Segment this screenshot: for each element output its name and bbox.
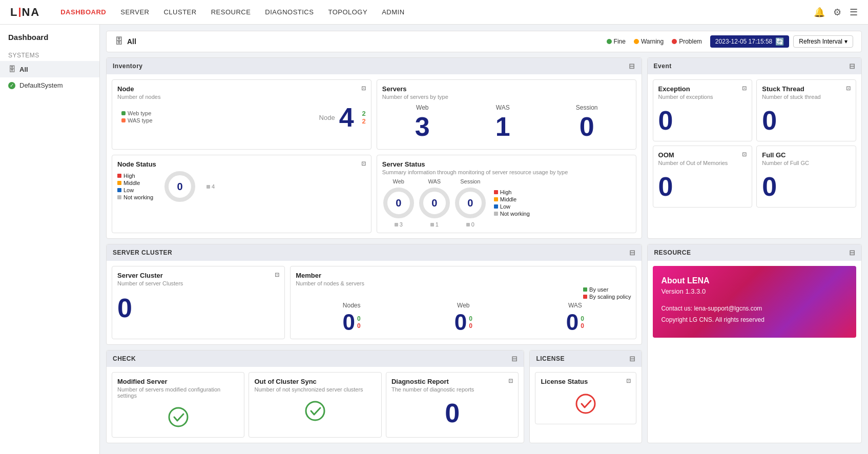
gear-icon[interactable]: ⚙ [833,7,841,18]
event-title: Event [654,63,672,70]
was-legend-label: WAS type [128,117,153,123]
node-total: 4 [339,104,354,131]
cluster-title: Server Cluster [117,272,163,279]
session-status-count: 0 [466,221,474,228]
node-card-title: Node ⊡ [117,85,366,93]
sidebar: Dashboard Systems 🗄 All ✓ DefaultSystem [0,25,100,454]
inventory-collapse-icon[interactable]: ⊟ [629,62,635,70]
nav-cluster[interactable]: CLUSTER [163,8,196,16]
sidebar-item-all[interactable]: 🗄 All [0,61,99,77]
refresh-interval-button[interactable]: Refresh Interval ▾ [793,35,853,48]
byuser-dot [583,287,587,292]
session-count-val: 0 [471,221,474,228]
check-collapse-icon[interactable]: ⊟ [511,355,518,363]
oom-ext-icon[interactable]: ⊡ [742,151,747,159]
external-link-icon[interactable]: ⊡ [361,85,366,92]
ss-middle-legend: Middle [494,196,530,202]
stuck-thread-ext-icon[interactable]: ⊡ [846,85,851,93]
member-legend-row: By user By scaling policy [296,286,631,300]
warning-indicator: Warning [634,38,664,45]
session-status-item: Session 0 0 [454,178,487,228]
license-ext-icon[interactable]: ⊡ [626,378,631,385]
stuck-thread-title-row: Stuck Thread ⊡ [762,85,851,93]
nav-admin[interactable]: ADMIN [382,8,404,16]
svg-point-6 [576,395,595,413]
server-cluster-panel: SERVER CLUSTER ⊟ Server Cluster ⊡ Number… [106,244,642,345]
stuck-thread-subtitle: Number of stuck thread [762,94,851,100]
was-green: 0 [581,315,584,322]
modified-server-card: Modified Server Number of servers modifi… [112,372,244,438]
legend-web: Web type [121,110,153,116]
node-count-val: 4 [212,183,215,190]
event-collapse-icon[interactable]: ⊟ [849,62,856,70]
problem-indicator: Problem [672,38,702,45]
resource-collapse-icon[interactable]: ⊟ [849,249,856,257]
node-count-group: Node 4 2 2 [319,104,366,131]
layout: Dashboard Systems 🗄 All ✓ DefaultSystem … [0,25,868,454]
low-legend: Low [117,187,153,193]
web-server-label: Web [415,104,430,111]
event-content: Exception ⊡ Number of exceptions 0 Stuck… [648,74,861,213]
nodes-green: 0 [357,315,361,322]
node-status-ext-icon[interactable]: ⊡ [361,160,366,167]
license-status-title: License Status [541,378,588,385]
cluster-ext-icon[interactable]: ⊡ [275,272,279,278]
node-status-donut: 0 [163,170,196,203]
node-subcounts: 2 2 [362,110,366,125]
middle-label: Middle [123,180,140,186]
cluster-subtitle: Number of server Clusters [117,280,279,286]
cluster-card: Server Cluster ⊡ Number of server Cluste… [112,266,285,339]
ss-high-sq [494,190,498,194]
license-collapse-icon[interactable]: ⊟ [629,355,636,363]
member-nodes-subcol: 0 0 [357,315,361,329]
check-title: CHECK [113,355,136,362]
diagnostic-report-card: Diagnostic Report ⊡ The number of diagno… [386,372,519,438]
inventory-header: Inventory ⊟ [107,58,642,74]
node-status-value: 0 [177,181,183,193]
node-subtitle: Number of nodes [117,94,366,100]
node-status-legend: High Middle Low Not working [117,173,153,200]
session-count-sq [466,223,470,226]
resource-panel: RESOURCE ⊟ About LENA Version 1.3.3.0 Co… [647,244,862,443]
modified-server-title-row: Modified Server [117,378,239,385]
stuck-thread-value: 0 [762,105,851,136]
nav-topology[interactable]: TOPOLOGY [328,8,367,16]
problem-dot [672,39,677,44]
sidebar-item-defaultsystem[interactable]: ✓ DefaultSystem [0,77,99,93]
sidebar-title: Dashboard [0,33,99,48]
modified-server-checkmark [117,407,239,432]
member-nodes-row: 0 0 0 [343,311,361,334]
license-title: LICENSE [536,355,565,362]
check-panel: CHECK ⊟ Modified Server Number of server… [106,350,524,443]
server-cluster-content: Server Cluster ⊡ Number of server Cluste… [107,261,642,344]
session-server-label: Session [576,104,598,111]
status-dot-green: ✓ [8,82,15,89]
member-legend: By user By scaling policy [583,286,631,300]
session-donut: 0 [454,187,487,219]
inventory-grid: Node ⊡ Number of nodes Web type [112,79,636,233]
bottom-sections-row: SERVER CLUSTER ⊟ Server Cluster ⊡ Number… [106,244,862,443]
out-of-cluster-title-row: Out of Cluster Sync [254,378,376,385]
exception-ext-icon[interactable]: ⊡ [742,85,747,93]
event-panel: Event ⊟ Exception ⊡ Number of exceptions… [647,57,862,239]
nav-server[interactable]: SERVER [120,8,149,16]
menu-icon[interactable]: ☰ [850,7,858,18]
nav-resource[interactable]: RESOURCE [211,8,251,16]
nav-dashboard[interactable]: DASHBOARD [60,8,106,16]
event-header: Event ⊟ [648,58,861,74]
session-status-label: Session [460,178,480,184]
node-title: Node [117,85,134,93]
node-status-card: Node Status ⊡ High Middle Low Not workin… [112,155,371,233]
member-nodes-value: 0 [343,311,355,334]
servers-title: Servers [382,85,407,93]
was-server-label: WAS [495,104,510,111]
sidebar-section: Systems [0,48,99,61]
bell-icon[interactable]: 🔔 [814,7,825,18]
web-donut: 0 [382,187,415,219]
notworking-sq [117,195,121,199]
nav-diagnostics[interactable]: DIAGNOSTICS [265,8,314,16]
diagnostic-ext-icon[interactable]: ⊡ [508,378,513,385]
stuck-thread-title: Stuck Thread [762,85,804,93]
server-cluster-collapse-icon[interactable]: ⊟ [629,249,636,257]
web-green: 0 [469,315,472,322]
